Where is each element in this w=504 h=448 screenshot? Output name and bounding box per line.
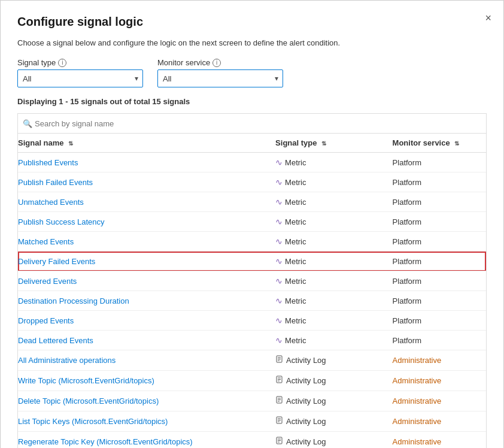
signal-type-cell: ∿Metric bbox=[275, 252, 393, 271]
activity-log-icon bbox=[275, 416, 284, 426]
table-row[interactable]: Delivered Events∿MetricPlatform bbox=[18, 271, 486, 291]
monitor-service-cell: Platform bbox=[393, 331, 486, 350]
table-row[interactable]: Regenerate Topic Key (Microsoft.EventGri… bbox=[18, 432, 486, 449]
signal-name-link[interactable]: Unmatched Events bbox=[18, 198, 84, 207]
signal-name-cell: Destination Processing Duration bbox=[18, 291, 275, 311]
signal-type-text: Metric bbox=[285, 277, 306, 286]
signal-type-cell: Activity Log bbox=[275, 371, 393, 391]
monitor-service-cell: Administrative bbox=[393, 411, 486, 432]
monitor-service-sort-icon[interactable]: ⇅ bbox=[454, 141, 459, 147]
signal-type-text: Activity Log bbox=[286, 437, 326, 446]
signal-name-link[interactable]: Regenerate Topic Key (Microsoft.EventGri… bbox=[18, 437, 193, 446]
metric-icon: ∿ bbox=[275, 237, 283, 246]
signal-type-sort-icon[interactable]: ⇅ bbox=[321, 141, 326, 147]
signal-name-link[interactable]: Delete Topic (Microsoft.EventGrid/topics… bbox=[18, 396, 159, 405]
signal-name-link[interactable]: Publish Failed Events bbox=[18, 178, 93, 187]
table-row[interactable]: All Administrative operations Activity L… bbox=[18, 350, 486, 371]
signal-type-text: Metric bbox=[285, 217, 306, 226]
table-row[interactable]: Destination Processing Duration∿MetricPl… bbox=[18, 291, 486, 311]
signal-name-cell: List Topic Keys (Microsoft.EventGrid/top… bbox=[18, 411, 275, 432]
metric-icon: ∿ bbox=[275, 177, 283, 187]
signal-name-link[interactable]: Matched Events bbox=[18, 237, 74, 246]
signal-type-cell: Activity Log bbox=[275, 432, 393, 449]
table-row[interactable]: List Topic Keys (Microsoft.EventGrid/top… bbox=[18, 411, 486, 432]
col-header-signal-type: Signal type ⇅ bbox=[275, 134, 393, 153]
signal-name-cell: Delivered Events bbox=[18, 271, 275, 291]
table-row[interactable]: Write Topic (Microsoft.EventGrid/topics)… bbox=[18, 371, 486, 391]
displaying-text: Displaying 1 - 15 signals out of total 1… bbox=[17, 97, 487, 106]
signal-type-cell: ∿Metric bbox=[275, 291, 393, 311]
signal-name-cell: Published Events bbox=[18, 153, 275, 172]
signal-type-text: Metric bbox=[285, 316, 306, 325]
signal-name-sort-icon[interactable]: ⇅ bbox=[68, 141, 73, 147]
activity-log-icon bbox=[275, 396, 284, 406]
signal-name-link[interactable]: All Administrative operations bbox=[18, 356, 116, 365]
monitor-service-cell: Platform bbox=[393, 232, 486, 252]
signal-type-select[interactable]: All Metric Activity Log bbox=[17, 69, 143, 87]
metric-icon: ∿ bbox=[275, 217, 283, 226]
signal-type-label: Signal type i bbox=[17, 58, 143, 67]
signal-name-link[interactable]: Write Topic (Microsoft.EventGrid/topics) bbox=[18, 376, 154, 385]
table-row[interactable]: Matched Events∿MetricPlatform bbox=[18, 232, 486, 252]
signal-name-cell: All Administrative operations bbox=[18, 350, 275, 371]
table-row[interactable]: Dropped Events∿MetricPlatform bbox=[18, 311, 486, 331]
signal-type-cell: ∿Metric bbox=[275, 153, 393, 172]
monitor-service-label: Monitor service i bbox=[157, 58, 283, 67]
signal-list-container: 🔍 Signal name ⇅ Signal type ⇅ Monitor se… bbox=[17, 113, 487, 448]
signal-name-link[interactable]: Published Events bbox=[18, 158, 78, 167]
activity-log-icon bbox=[275, 437, 284, 447]
dialog-title: Configure signal logic bbox=[17, 15, 487, 29]
table-row[interactable]: Delivery Failed Events∿MetricPlatform bbox=[18, 252, 486, 271]
signal-name-cell: Publish Failed Events bbox=[18, 172, 275, 192]
monitor-service-cell: Administrative bbox=[393, 432, 486, 449]
signal-type-cell: Activity Log bbox=[275, 391, 393, 411]
table-row[interactable]: Publish Success Latency∿MetricPlatform bbox=[18, 212, 486, 232]
signal-name-link[interactable]: Dead Lettered Events bbox=[18, 336, 93, 345]
metric-icon: ∿ bbox=[275, 316, 283, 325]
monitor-service-cell: Platform bbox=[393, 252, 486, 271]
signal-name-cell: Write Topic (Microsoft.EventGrid/topics) bbox=[18, 371, 275, 391]
monitor-service-select[interactable]: All Platform Administrative bbox=[157, 69, 283, 87]
signal-type-text: Metric bbox=[285, 237, 306, 246]
monitor-service-cell: Platform bbox=[393, 212, 486, 232]
monitor-service-select-wrapper: All Platform Administrative ▾ bbox=[157, 69, 283, 87]
monitor-service-cell: Administrative bbox=[393, 371, 486, 391]
signal-type-text: Metric bbox=[285, 158, 306, 167]
metric-icon: ∿ bbox=[275, 197, 283, 207]
signal-type-text: Activity Log bbox=[286, 376, 326, 385]
signal-type-cell: ∿Metric bbox=[275, 271, 393, 291]
close-button[interactable]: × bbox=[485, 13, 491, 23]
table-row[interactable]: Published Events∿MetricPlatform bbox=[18, 153, 486, 172]
signal-type-cell: ∿Metric bbox=[275, 232, 393, 252]
table-row[interactable]: Publish Failed Events∿MetricPlatform bbox=[18, 172, 486, 192]
signal-name-link[interactable]: Publish Success Latency bbox=[18, 217, 105, 226]
table-row[interactable]: Unmatched Events∿MetricPlatform bbox=[18, 192, 486, 212]
signal-type-filter: Signal type i All Metric Activity Log ▾ bbox=[17, 58, 143, 87]
metric-icon: ∿ bbox=[275, 276, 283, 286]
search-input[interactable] bbox=[18, 114, 486, 133]
signal-name-cell: Delete Topic (Microsoft.EventGrid/topics… bbox=[18, 391, 275, 411]
col-header-signal-name: Signal name ⇅ bbox=[18, 134, 275, 153]
table-row[interactable]: Delete Topic (Microsoft.EventGrid/topics… bbox=[18, 391, 486, 411]
monitor-service-info-icon: i bbox=[212, 59, 221, 67]
signal-name-link[interactable]: Delivered Events bbox=[18, 277, 77, 286]
signal-name-cell: Matched Events bbox=[18, 232, 275, 252]
signal-type-text: Activity Log bbox=[286, 396, 326, 405]
signal-type-text: Metric bbox=[285, 296, 306, 305]
monitor-service-cell: Platform bbox=[393, 291, 486, 311]
signal-name-cell: Unmatched Events bbox=[18, 192, 275, 212]
signal-type-cell: ∿Metric bbox=[275, 331, 393, 350]
col-header-monitor-service: Monitor service ⇅ bbox=[393, 134, 486, 153]
signal-name-cell: Regenerate Topic Key (Microsoft.EventGri… bbox=[18, 432, 275, 449]
table-row[interactable]: Dead Lettered Events∿MetricPlatform bbox=[18, 331, 486, 350]
signal-name-link[interactable]: Dropped Events bbox=[18, 316, 74, 325]
signal-type-cell: ∿Metric bbox=[275, 192, 393, 212]
signal-name-link[interactable]: List Topic Keys (Microsoft.EventGrid/top… bbox=[18, 417, 168, 426]
signal-name-link[interactable]: Delivery Failed Events bbox=[18, 257, 95, 266]
activity-log-icon bbox=[275, 355, 284, 365]
monitor-service-cell: Platform bbox=[393, 153, 486, 172]
activity-log-icon bbox=[275, 376, 284, 386]
table-header: Signal name ⇅ Signal type ⇅ Monitor serv… bbox=[18, 134, 486, 153]
monitor-service-cell: Platform bbox=[393, 271, 486, 291]
signal-name-link[interactable]: Destination Processing Duration bbox=[18, 296, 129, 305]
